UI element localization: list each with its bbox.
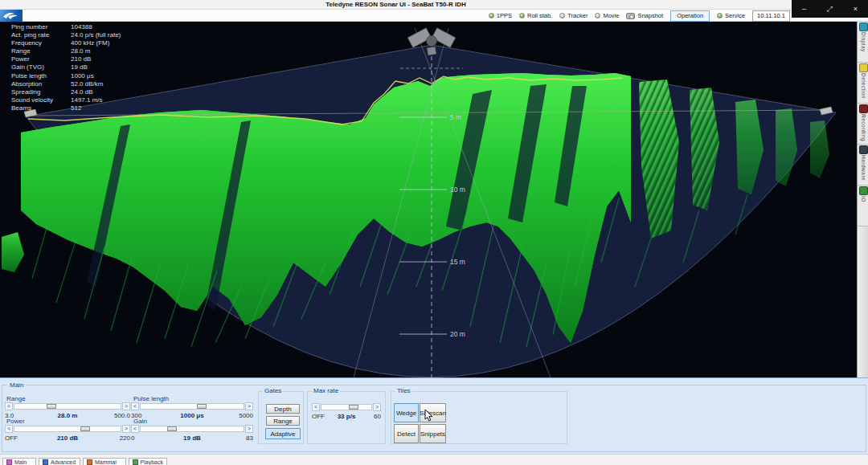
sonar-display: 5 m 10 m 15 m 20 m Ping number104388 Act…	[0, 22, 857, 377]
slider-left-arrow[interactable]: <	[5, 402, 13, 410]
param-row: Spreading24.0 dB	[11, 88, 121, 96]
sidebar-tab-detection[interactable]: Detection	[858, 63, 868, 104]
teledyne-logo-icon	[0, 10, 23, 22]
bottom-tab-playback[interactable]: Playback	[129, 458, 167, 465]
app-logo-icon	[0, 10, 23, 22]
sidebar-tab-recording[interactable]: Recording	[858, 104, 868, 145]
detection-icon	[859, 63, 868, 72]
bottom-tab-advanced[interactable]: Advanced	[39, 458, 80, 465]
slider-right-arrow[interactable]: >	[122, 425, 130, 433]
bottom-tab-main[interactable]: Main	[2, 458, 36, 465]
param-row: Frequency400 kHz (FM)	[11, 39, 121, 47]
mouse-cursor	[424, 410, 434, 426]
max-rate-slider[interactable]: < >	[312, 403, 381, 411]
gain-label: Gain	[132, 418, 149, 425]
title-bar: Teledyne RESON Sonar UI - SeaBat T50-R I…	[0, 0, 868, 10]
slider-thumb[interactable]	[80, 426, 90, 431]
slider-left-arrow[interactable]: <	[312, 403, 320, 411]
slider-thumb[interactable]	[47, 404, 56, 409]
tiles-snippets-button[interactable]: Snippets	[420, 424, 446, 443]
param-row: Act. ping rate24.0 p/s (full rate)	[11, 31, 121, 39]
tiles-detect-button[interactable]: Detect	[394, 424, 419, 443]
sidebar-tab-hardware[interactable]: Hardware	[858, 145, 868, 186]
main-tab-icon	[6, 459, 12, 465]
display-icon	[859, 22, 868, 31]
bottom-tab-strip: Main Advanced Mammal p. Playback	[0, 454, 868, 465]
camera-icon	[626, 13, 635, 19]
slider-thumb[interactable]	[197, 404, 207, 409]
slider-left-arrow[interactable]: <	[5, 425, 13, 433]
sonar-wedge-display[interactable]: 5 m 10 m 15 m 20 m	[0, 22, 857, 377]
depth-label: 5 m	[450, 113, 461, 121]
sidebar-tab-display[interactable]: Display	[858, 22, 868, 63]
gates-depth-button[interactable]: Depth	[266, 404, 300, 414]
minimize-button[interactable]: –	[802, 6, 806, 13]
sidebar-tab-io[interactable]: IO	[858, 186, 868, 226]
status-roll-stab: Roll stab.	[519, 12, 552, 19]
slider-thumb[interactable]	[349, 405, 358, 410]
close-button[interactable]: ×	[854, 6, 858, 13]
tiles-label: Tiles	[395, 387, 412, 394]
max-rate-label: Max rate	[312, 387, 340, 394]
pulse-length-values: 300 1000 μs 5000	[131, 412, 253, 419]
right-sidebar: Display Detection Recording Hardware IO	[857, 22, 868, 377]
recording-icon	[859, 104, 868, 113]
slider-track[interactable]	[140, 403, 244, 410]
depth-label: 10 m	[450, 186, 465, 194]
param-row: Power210 dB	[11, 55, 121, 63]
depth-label: 20 m	[450, 330, 465, 338]
slider-thumb[interactable]	[167, 426, 177, 431]
param-row: Beams512	[11, 104, 121, 112]
max-rate-values: OFF 33 p/s 60	[312, 413, 381, 420]
param-row: Ping number104388	[11, 23, 121, 31]
status-movie: Movie	[595, 12, 619, 19]
sonar-ip-address[interactable]: 10.11.10.1	[752, 10, 790, 22]
slider-left-arrow[interactable]: <	[131, 425, 139, 433]
io-icon	[859, 186, 868, 195]
gain-slider[interactable]: < >	[131, 425, 253, 433]
led-icon	[595, 13, 600, 18]
slider-right-arrow[interactable]: >	[373, 403, 381, 411]
snapshot-button[interactable]: Snapshot	[626, 12, 663, 19]
gates-range-button[interactable]: Range	[266, 416, 300, 426]
led-icon	[489, 13, 494, 18]
slider-left-arrow[interactable]: <	[131, 402, 139, 410]
power-label: Power	[5, 418, 27, 425]
groupbox-label: Main	[7, 381, 26, 389]
slider-track[interactable]	[14, 403, 121, 410]
param-row: Absorption52.0 dB/km	[11, 80, 121, 88]
parameter-readout: Ping number104388 Act. ping rate24.0 p/s…	[11, 23, 121, 112]
param-row: Sound velocity1497.1 m/s	[11, 96, 121, 104]
slider-right-arrow[interactable]: >	[245, 425, 253, 433]
pulse-length-label: Pulse length	[132, 395, 170, 402]
bottom-tab-mammal[interactable]: Mammal p.	[83, 458, 126, 465]
slider-track[interactable]	[140, 426, 244, 432]
gates-adaptive-button[interactable]: Adaptive	[265, 428, 301, 439]
led-icon	[717, 13, 723, 18]
mammal-tab-icon	[87, 459, 92, 465]
power-slider[interactable]: < >	[5, 425, 130, 433]
status-service[interactable]: Service	[717, 12, 745, 19]
restore-button[interactable]: ⤢	[827, 6, 833, 13]
window-controls: – ⤢ ×	[792, 0, 868, 18]
advanced-tab-icon	[43, 459, 48, 465]
tiles-wedge-button[interactable]: Wedge	[394, 403, 419, 422]
slider-right-arrow[interactable]: >	[245, 402, 253, 410]
pulse-length-slider[interactable]: < >	[131, 402, 253, 410]
operation-button[interactable]: Operation	[670, 10, 710, 22]
gain-values: 0 19 dB 83	[131, 434, 253, 442]
slider-track[interactable]	[14, 426, 121, 432]
param-row: Range28.0 m	[11, 47, 121, 55]
param-row: Pulse length1000 μs	[11, 72, 121, 80]
power-values: OFF 210 dB 220	[5, 434, 130, 442]
app-window: Teledyne RESON Sonar UI - SeaBat T50-R I…	[0, 0, 868, 465]
menu-bar: 1PPS Roll stab. Tracker Movie Snapshot O…	[0, 10, 868, 22]
gates-label: Gates	[263, 387, 283, 394]
slider-track[interactable]	[321, 404, 372, 410]
status-row: 1PPS Roll stab. Tracker Movie Snapshot O…	[489, 10, 790, 21]
slider-right-arrow[interactable]: >	[122, 402, 130, 410]
control-panel: Main Range < > 3.0 28.0 m 500.0 Power < …	[0, 377, 868, 454]
range-slider[interactable]: < >	[5, 402, 130, 410]
status-tracker: Tracker	[559, 12, 588, 19]
led-icon	[519, 13, 525, 18]
